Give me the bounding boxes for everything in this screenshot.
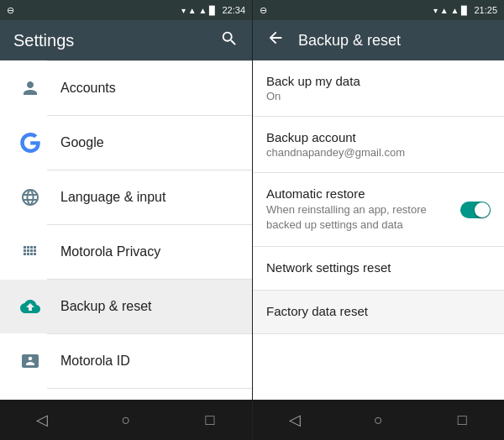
motorola-privacy-icon bbox=[13, 235, 47, 269]
battery-icon: ▉ bbox=[209, 6, 216, 15]
do-not-disturb-icon: ⊖ bbox=[7, 5, 14, 16]
backup-data-title: Back up my data bbox=[266, 74, 491, 88]
right-recent-button[interactable]: □ bbox=[437, 400, 487, 440]
accounts-icon bbox=[13, 71, 47, 105]
right-wifi-icon: ▾ bbox=[433, 6, 438, 15]
auto-restore-title: Automatic restore bbox=[266, 186, 434, 201]
right-status-icons-left: ⊖ bbox=[260, 5, 267, 16]
auto-restore-item[interactable]: Automatic restore When reinstalling an a… bbox=[253, 173, 504, 246]
sidebar-item-backup-reset[interactable]: Backup & reset bbox=[0, 280, 252, 333]
home-button[interactable]: ○ bbox=[101, 400, 151, 440]
backup-account-title: Backup account bbox=[266, 130, 491, 144]
right-nav-bar: ◁ ○ □ bbox=[253, 400, 504, 440]
factory-reset-item[interactable]: Factory data reset bbox=[253, 291, 504, 333]
network-reset-title: Network settings reset bbox=[266, 260, 491, 275]
right-status-icons: ▾ ▲ ▲ ▉ 22:34 bbox=[181, 5, 245, 15]
signal-icon: ▲ bbox=[188, 6, 197, 15]
settings-list: Accounts Google Language & input Motorol… bbox=[0, 60, 252, 400]
left-panel: ⊖ ▾ ▲ ▲ ▉ 22:34 Settings Accounts bbox=[0, 0, 252, 440]
sidebar-item-motorola-privacy[interactable]: Motorola Privacy bbox=[0, 225, 252, 279]
right-toolbar: Backup & reset bbox=[253, 20, 504, 60]
right-signal-icon2: ▲ bbox=[451, 6, 459, 15]
signal-icon2: ▲ bbox=[199, 6, 207, 15]
motorola-privacy-label: Motorola Privacy bbox=[60, 244, 160, 259]
divider-5 bbox=[253, 333, 504, 334]
back-button[interactable]: ◁ bbox=[17, 400, 67, 440]
left-status-icons: ⊖ bbox=[7, 5, 14, 16]
settings-title: Settings bbox=[13, 31, 220, 50]
google-icon bbox=[13, 126, 47, 160]
backup-reset-list: Back up my data On Backup account chandn… bbox=[253, 60, 504, 400]
backup-reset-icon bbox=[13, 290, 47, 323]
language-icon bbox=[13, 181, 47, 214]
right-back-button[interactable]: ◁ bbox=[270, 400, 320, 440]
right-do-not-disturb-icon: ⊖ bbox=[260, 5, 267, 16]
accounts-label: Accounts bbox=[60, 81, 116, 96]
auto-restore-toggle[interactable] bbox=[460, 202, 491, 218]
wifi-icon: ▾ bbox=[181, 6, 186, 15]
backup-reset-page-title: Backup & reset bbox=[298, 32, 401, 50]
back-icon[interactable] bbox=[266, 29, 285, 52]
sidebar-item-accounts[interactable]: Accounts bbox=[0, 61, 252, 115]
sidebar-item-motorola-id[interactable]: Motorola ID bbox=[0, 334, 252, 388]
right-time: 21:25 bbox=[474, 5, 497, 15]
recent-button[interactable]: □ bbox=[185, 400, 235, 440]
backup-account-sub: chandnapandey@gmail.com bbox=[266, 146, 491, 159]
search-icon[interactable] bbox=[220, 29, 239, 52]
backup-data-item[interactable]: Back up my data On bbox=[253, 60, 504, 116]
left-status-bar: ⊖ ▾ ▲ ▲ ▉ 22:34 bbox=[0, 0, 252, 20]
google-label: Google bbox=[60, 135, 104, 150]
right-panel: ⊖ ▾ ▲ ▲ ▉ 21:25 Backup & reset Back up m… bbox=[252, 0, 504, 440]
backup-data-sub: On bbox=[266, 90, 491, 102]
motorola-id-label: Motorola ID bbox=[60, 354, 130, 369]
auto-restore-text-group: Automatic restore When reinstalling an a… bbox=[266, 186, 434, 233]
system-section-header: System bbox=[0, 389, 252, 400]
network-reset-item[interactable]: Network settings reset bbox=[253, 247, 504, 290]
sidebar-item-language[interactable]: Language & input bbox=[0, 170, 252, 224]
language-label: Language & input bbox=[60, 190, 165, 205]
right-home-button[interactable]: ○ bbox=[353, 400, 403, 440]
time-left: 22:34 bbox=[222, 5, 245, 15]
left-nav-bar: ◁ ○ □ bbox=[0, 400, 252, 440]
right-battery-icon: ▉ bbox=[461, 6, 468, 15]
auto-restore-row: Automatic restore When reinstalling an a… bbox=[266, 186, 491, 233]
right-signal-icon: ▲ bbox=[440, 6, 449, 15]
backup-reset-label: Backup & reset bbox=[60, 299, 152, 314]
motorola-id-icon bbox=[13, 344, 47, 378]
sidebar-item-google[interactable]: Google bbox=[0, 116, 252, 170]
factory-reset-title: Factory data reset bbox=[266, 304, 491, 318]
right-status-bar: ⊖ ▾ ▲ ▲ ▉ 21:25 bbox=[253, 0, 504, 20]
auto-restore-desc: When reinstalling an app, restore backed… bbox=[266, 202, 434, 233]
left-toolbar: Settings bbox=[0, 20, 252, 60]
right-status-icons-right: ▾ ▲ ▲ ▉ 21:25 bbox=[433, 5, 497, 15]
backup-account-item[interactable]: Backup account chandnapandey@gmail.com bbox=[253, 117, 504, 172]
